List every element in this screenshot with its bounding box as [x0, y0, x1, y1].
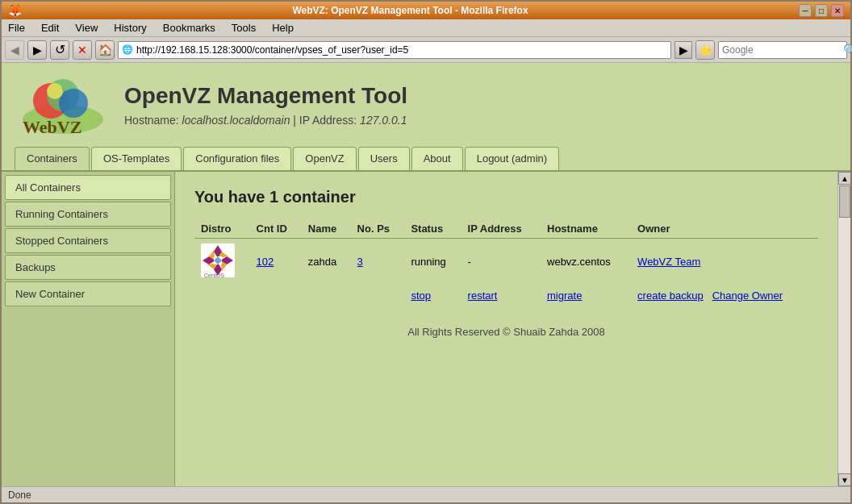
address-bar[interactable]: 🌐 [118, 41, 671, 59]
svg-text:CentOS: CentOS [204, 273, 224, 277]
change-owner-link[interactable]: Change Owner [712, 289, 783, 302]
reload-button[interactable]: ↺ [50, 40, 69, 60]
home-button[interactable]: 🏠 [95, 40, 115, 60]
status-text: Done [8, 489, 31, 501]
hostname-value: localhost.localdomain [182, 114, 290, 127]
ip-value: 127.0.0.1 [360, 114, 407, 127]
col-cnt-id: Cnt ID [250, 219, 302, 239]
menu-help[interactable]: Help [269, 20, 297, 35]
cell-action-empty2 [250, 285, 302, 306]
restart-link[interactable]: restart [468, 289, 498, 302]
logo-svg: WebVZ [19, 75, 107, 135]
page-content: WebVZ OpenVZ Management Tool Hostname: l… [2, 63, 850, 486]
sidebar-item-backups[interactable]: Backups [5, 255, 171, 280]
tab-logout[interactable]: Logout (admin) [465, 147, 559, 170]
tab-configuration-files[interactable]: Configuration files [183, 147, 291, 170]
scroll-down-button[interactable]: ▼ [838, 473, 850, 486]
window-controls[interactable]: ─ □ ✕ [799, 4, 844, 17]
no-ps-link[interactable]: 3 [357, 256, 363, 268]
col-distro: Distro [194, 219, 250, 239]
menu-history[interactable]: History [111, 20, 149, 35]
sidebar-item-new-container[interactable]: New Container [5, 281, 171, 306]
menu-bar: File Edit View History Bookmarks Tools H… [2, 19, 850, 37]
col-hostname: Hostname [541, 219, 631, 239]
scroll-track[interactable] [838, 185, 850, 473]
site-title: OpenVZ Management Tool [124, 83, 407, 109]
content-area: All Containers Running Containers Stoppe… [2, 172, 850, 486]
cell-status: running [404, 239, 461, 285]
forward-button[interactable]: ▶ [27, 40, 47, 60]
logo: WebVZ [15, 73, 111, 137]
stop-button[interactable]: ✕ [73, 40, 92, 60]
owner-link[interactable]: WebVZ Team [637, 256, 700, 268]
search-bar[interactable]: 🔍 [718, 41, 847, 59]
table-row: CentOS 102 zahda 3 running [194, 239, 818, 285]
col-name: Name [302, 219, 351, 239]
scroll-thumb[interactable] [839, 185, 850, 218]
site-subtitle: Hostname: localhost.localdomain | IP Add… [124, 114, 407, 127]
window-title: WebVZ: OpenVZ Management Tool - Mozilla … [22, 5, 799, 16]
scrollbar[interactable]: ▲ ▼ [837, 172, 850, 486]
cell-no-ps: 3 [351, 239, 405, 285]
hostname-label: Hostname: [124, 114, 179, 127]
create-backup-link[interactable]: create backup [637, 289, 704, 302]
col-no-ps: No. Ps [351, 219, 405, 239]
sidebar: All Containers Running Containers Stoppe… [2, 172, 175, 486]
tab-bar: Containers OS-Templates Configuration fi… [2, 147, 850, 172]
containers-table: Distro Cnt ID Name No. Ps Status IP Addr… [194, 219, 818, 306]
cell-action-restart: restart [461, 285, 541, 306]
stop-link[interactable]: stop [411, 289, 431, 302]
cell-name: zahda [302, 239, 351, 285]
cell-ip-address: - [461, 239, 541, 285]
sidebar-item-stopped-containers[interactable]: Stopped Containers [5, 228, 171, 253]
bookmark-button[interactable]: ⭐ [695, 40, 715, 60]
svg-text:WebVZ: WebVZ [23, 117, 81, 135]
menu-file[interactable]: File [5, 20, 28, 35]
cell-distro: CentOS [194, 239, 250, 285]
menu-view[interactable]: View [72, 20, 101, 35]
table-row-actions: stop restart migrate create backup [194, 285, 818, 306]
search-icon[interactable]: 🔍 [843, 44, 852, 56]
svg-point-4 [47, 83, 63, 99]
menu-bookmarks[interactable]: Bookmarks [160, 20, 219, 35]
centos-logo: CentOS [201, 244, 235, 277]
cnt-id-link[interactable]: 102 [257, 256, 274, 268]
col-status: Status [404, 219, 461, 239]
tab-containers[interactable]: Containers [15, 147, 90, 170]
page-heading: You have 1 container [194, 188, 818, 206]
page-header: WebVZ OpenVZ Management Tool Hostname: l… [2, 63, 850, 147]
title-bar: 🦊 WebVZ: OpenVZ Management Tool - Mozill… [2, 2, 850, 19]
tab-os-templates[interactable]: OS-Templates [91, 147, 182, 170]
address-input[interactable] [136, 44, 667, 56]
cell-cnt-id: 102 [250, 239, 302, 285]
col-ip-address: IP Address [461, 219, 541, 239]
minimize-button[interactable]: ─ [799, 4, 812, 17]
tab-openvz[interactable]: OpenVZ [293, 147, 356, 170]
cell-action-empty1 [194, 285, 250, 306]
cell-action-migrate: migrate [541, 285, 631, 306]
sidebar-item-all-containers[interactable]: All Containers [5, 175, 171, 200]
migrate-link[interactable]: migrate [547, 289, 582, 302]
svg-point-3 [59, 89, 88, 118]
header-text: OpenVZ Management Tool Hostname: localho… [124, 83, 407, 127]
sidebar-item-running-containers[interactable]: Running Containers [5, 202, 171, 227]
status-bar: Done [2, 486, 850, 502]
scroll-up-button[interactable]: ▲ [838, 172, 850, 185]
close-button[interactable]: ✕ [831, 4, 844, 17]
cell-action-empty4 [351, 285, 405, 306]
page-footer: All Rights Reserved © Shuaib Zahda 2008 [194, 326, 818, 338]
back-button[interactable]: ◀ [5, 40, 24, 60]
page-icon: 🌐 [122, 44, 133, 55]
search-input[interactable] [722, 44, 843, 56]
separator: | IP Address: [293, 114, 360, 127]
go-button[interactable]: ▶ [674, 41, 692, 59]
maximize-button[interactable]: □ [815, 4, 828, 17]
nav-bar: ◀ ▶ ↺ ✕ 🏠 🌐 ▶ ⭐ 🔍 [2, 37, 850, 63]
menu-edit[interactable]: Edit [38, 20, 62, 35]
col-owner: Owner [631, 219, 818, 239]
tab-about[interactable]: About [411, 147, 463, 170]
cell-action-backup-owner: create backup Change Owner [631, 285, 818, 306]
menu-tools[interactable]: Tools [228, 20, 259, 35]
tab-users[interactable]: Users [358, 147, 410, 170]
main-content: You have 1 container Distro Cnt ID Name … [175, 172, 837, 486]
